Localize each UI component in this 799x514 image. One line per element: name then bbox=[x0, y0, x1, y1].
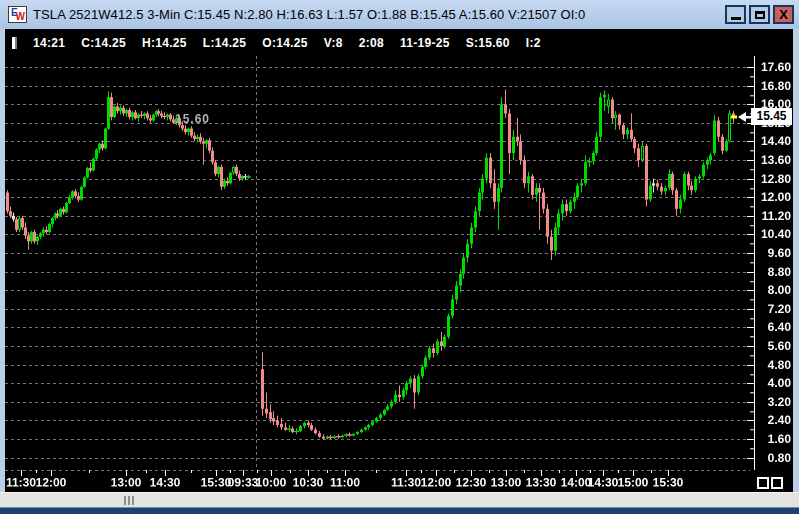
status-item: 11-19-25 bbox=[400, 36, 450, 50]
status-item: H:14.25 bbox=[142, 36, 187, 50]
close-button[interactable]: X bbox=[773, 5, 794, 24]
price-chart-canvas[interactable] bbox=[5, 56, 793, 492]
minimize-button[interactable] bbox=[725, 5, 746, 24]
window-title: TSLA 2521W412.5 3-Min C:15.45 N:2.80 H:1… bbox=[33, 7, 585, 22]
status-item: O:14.25 bbox=[262, 36, 307, 50]
chart-window: E W TSLA 2521W412.5 3-Min C:15.45 N:2.80… bbox=[0, 0, 799, 514]
status-item: C:14.25 bbox=[81, 36, 126, 50]
title-bar[interactable]: E W TSLA 2521W412.5 3-Min C:15.45 N:2.80… bbox=[0, 0, 799, 29]
status-item: 14:21 bbox=[33, 36, 65, 50]
scrollbar-grip[interactable] bbox=[124, 496, 134, 505]
maximize-icon bbox=[755, 11, 765, 19]
app-icon: E W bbox=[8, 6, 27, 23]
status-item: I:2 bbox=[526, 36, 541, 50]
close-icon: X bbox=[779, 8, 788, 21]
app-icon-letter-w: W bbox=[16, 12, 25, 22]
last-price-label: 15.45 bbox=[751, 108, 792, 125]
axis-corner-button-2[interactable] bbox=[771, 477, 783, 489]
status-items: 14:21C:14.25H:14.25L:14.25O:14.25V:82:08… bbox=[33, 36, 557, 50]
status-bar: 14:21C:14.25H:14.25L:14.25O:14.25V:82:08… bbox=[5, 29, 793, 56]
status-item: V:8 bbox=[324, 36, 343, 50]
status-item: 2:08 bbox=[359, 36, 384, 50]
price-annotation: 15.60 bbox=[175, 112, 210, 126]
background-window-edge bbox=[0, 507, 799, 514]
status-item: S:15.60 bbox=[466, 36, 510, 50]
bar-cursor-icon bbox=[12, 37, 17, 49]
axis-corner-button-1[interactable] bbox=[757, 477, 769, 489]
maximize-button[interactable] bbox=[749, 5, 770, 24]
bottom-scrollbar[interactable] bbox=[0, 492, 799, 507]
chart-area bbox=[5, 56, 793, 492]
minimize-icon bbox=[731, 17, 741, 20]
status-item: L:14.25 bbox=[203, 36, 246, 50]
